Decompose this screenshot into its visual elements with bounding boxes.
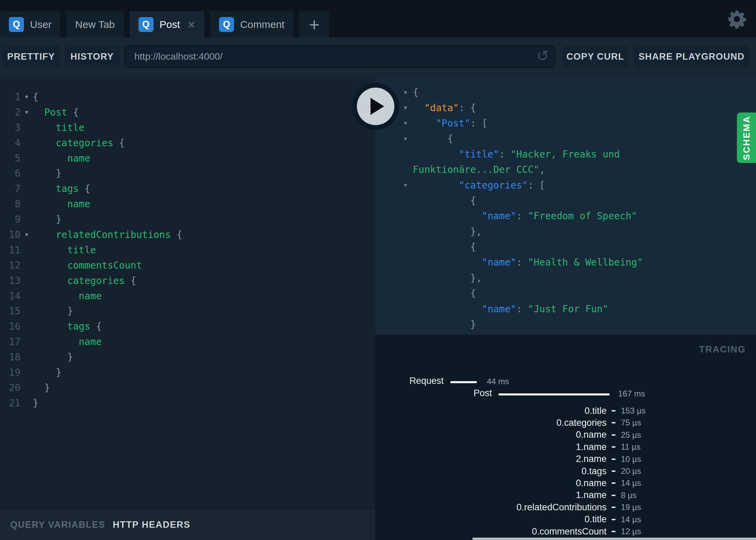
fold-arrow-icon[interactable]: ▼ <box>404 120 413 126</box>
editor-line: 11 title <box>0 242 375 258</box>
fold-arrow-icon[interactable]: ▼ <box>20 94 33 100</box>
line-number: 14 <box>0 290 20 302</box>
endpoint-url-input[interactable] <box>124 45 555 68</box>
response-line: "name": "Health & Wellbeing" <box>375 255 756 270</box>
line-number: 6 <box>0 168 20 179</box>
response-line: "title": "Hacker, Freaks und <box>375 147 756 162</box>
editor-line: 7 tags { <box>0 181 375 196</box>
resolver-duration: 19 µs <box>621 502 641 512</box>
editor-line: 19 } <box>0 365 375 380</box>
fold-arrow-icon[interactable]: ▼ <box>404 136 413 142</box>
editor-code: } <box>33 351 73 363</box>
line-number: 9 <box>0 214 20 225</box>
response-code: } <box>413 319 476 330</box>
editor-line: 21} <box>0 395 375 411</box>
response-line: ▼ "data": { <box>375 100 756 115</box>
resolver-duration: 25 µs <box>621 430 641 440</box>
resolver-path: 2.name <box>375 454 607 464</box>
query-editor[interactable]: 1▼{2▼ Post {3 title4 categories {5 name6… <box>0 76 375 510</box>
response-line: { <box>375 193 756 208</box>
close-tab-icon[interactable]: × <box>188 18 195 31</box>
line-number: 4 <box>0 137 20 149</box>
share-playground-button[interactable]: SHARE PLAYGROUND <box>634 45 750 68</box>
tracing-request-duration: 44 ms <box>487 377 509 386</box>
play-icon <box>370 98 384 115</box>
execute-query-button[interactable] <box>352 83 399 130</box>
response-code: { <box>413 195 476 206</box>
editor-code: name <box>33 336 102 347</box>
response-line: ▼ { <box>375 131 756 146</box>
response-line: ] <box>375 332 756 335</box>
tracing-request-label: Request <box>409 376 444 386</box>
editor-code: tags { <box>33 183 90 194</box>
resolver-duration-bar <box>612 434 615 436</box>
resolver-duration: 11 µs <box>621 442 640 452</box>
horizontal-scrollbar[interactable] <box>472 538 756 540</box>
resolver-duration-bar <box>612 495 615 496</box>
response-line: Funktionäre...Der CCC", <box>375 162 756 177</box>
schema-tab-label: SCHEMA <box>741 116 752 160</box>
editor-line: 6 } <box>0 166 375 181</box>
resolver-path: 0.tags <box>375 466 607 477</box>
editor-code: Post { <box>33 107 79 118</box>
tracing-resolver-row: 2.name10 µs <box>375 454 682 465</box>
resolver-duration-bar <box>612 507 615 508</box>
new-tab-button[interactable]: + <box>299 11 329 38</box>
response-code: "name": "Health & Wellbeing" <box>413 257 643 268</box>
http-headers-tab[interactable]: HTTP HEADERS <box>113 520 191 530</box>
prettify-button[interactable]: PRETTIFY <box>2 45 60 68</box>
tab-label: User <box>30 19 52 30</box>
refresh-schema-icon[interactable]: ↺ <box>536 48 549 63</box>
editor-code: title <box>33 244 96 256</box>
fold-arrow-icon[interactable]: ▼ <box>404 182 413 188</box>
editor-code: tags { <box>33 321 102 332</box>
resolver-duration: 75 µs <box>621 418 641 427</box>
resolver-path: 1.name <box>375 442 607 452</box>
schema-sidebar-tab[interactable]: SCHEMA <box>737 112 756 163</box>
response-line: "name": "Freedom of Speech" <box>375 208 756 224</box>
line-number: 13 <box>0 275 20 286</box>
fold-arrow-icon[interactable]: ▼ <box>20 109 33 115</box>
tab-user[interactable]: QUser <box>0 11 60 38</box>
line-number: 1 <box>0 91 20 103</box>
resolver-duration-bar <box>612 519 615 520</box>
tab-new-tab[interactable]: New Tab <box>66 11 123 38</box>
graphql-playground-window: QUserNew TabQPost×QComment+ PRETTIFY HIS… <box>0 0 756 540</box>
editor-code: commentsCount <box>33 260 142 271</box>
line-number: 8 <box>0 198 20 210</box>
resolver-duration-bar <box>612 446 615 448</box>
tracing-resolver-row: 0.commentsCount12 µs <box>375 526 682 537</box>
tracing-resolver-row: 0.relatedContributions19 µs <box>375 502 682 513</box>
response-code: { <box>413 241 476 253</box>
query-variables-tab[interactable]: QUERY VARIABLES <box>10 520 105 530</box>
tab-list: QUserNew TabQPost×QComment+ <box>0 11 335 38</box>
response-viewer: ▼{▼ "data": {▼ "Post": [▼ { "title": "Ha… <box>375 76 756 335</box>
line-number: 2 <box>0 107 20 118</box>
editor-code: } <box>33 397 39 409</box>
tracing-panel: TRACING Request 44 ms Post 167 ms 0.titl… <box>375 335 756 540</box>
line-number: 17 <box>0 336 20 347</box>
editor-code: } <box>33 382 50 393</box>
resolver-path: 1.name <box>375 490 607 500</box>
history-button[interactable]: HISTORY <box>65 45 119 68</box>
line-number: 7 <box>0 183 20 194</box>
fold-arrow-icon[interactable]: ▼ <box>404 89 413 95</box>
editor-line: 10▼ relatedContributions { <box>0 227 375 242</box>
fold-arrow-icon[interactable]: ▼ <box>404 105 413 111</box>
resolver-duration-bar <box>612 459 615 460</box>
resolver-path: 0.name <box>375 430 607 440</box>
tab-post[interactable]: QPost× <box>130 11 204 38</box>
response-line: { <box>375 286 756 301</box>
editor-code: categories { <box>33 137 125 149</box>
fold-arrow-icon[interactable]: ▼ <box>20 231 33 238</box>
copy-curl-button[interactable]: COPY CURL <box>563 45 628 68</box>
line-number: 16 <box>0 321 20 332</box>
editor-line: 5 name <box>0 151 375 166</box>
query-pane: 1▼{2▼ Post {3 title4 categories {5 name6… <box>0 76 375 540</box>
settings-gear-icon[interactable] <box>727 9 747 29</box>
resolver-duration-bar <box>612 422 615 423</box>
response-code: "data": { <box>413 102 476 114</box>
resolver-path: 0.name <box>375 478 607 489</box>
tab-comment[interactable]: QComment <box>210 11 293 38</box>
editor-bottom-bar: QUERY VARIABLES HTTP HEADERS <box>0 510 375 540</box>
